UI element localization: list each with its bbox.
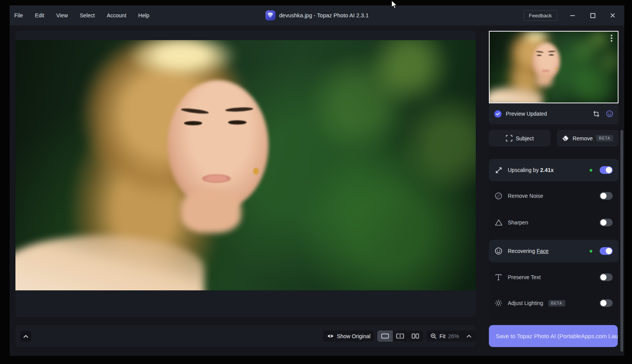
single-view-icon (381, 334, 389, 339)
zoom-percentage: 26% (448, 333, 459, 339)
menu-account[interactable]: Account (106, 11, 127, 20)
upscaling-label: Upscaling by (508, 167, 539, 173)
mouse-cursor (390, 0, 398, 9)
filter-preserve-text[interactable]: Preserve Text (489, 266, 618, 288)
eraser-icon (562, 135, 569, 142)
upscaling-value: 2.41x (540, 167, 554, 173)
recover-face-label: Recovering (508, 248, 535, 254)
subject-brackets-icon (506, 135, 512, 142)
subject-label: Subject (516, 135, 534, 142)
remove-tool-button[interactable]: Remove BETA (557, 130, 618, 147)
upscale-arrows-icon (494, 167, 503, 174)
single-view-button[interactable] (377, 330, 393, 342)
menu-file[interactable]: File (14, 11, 24, 20)
app-window: File Edit View Select Account Help devus… (10, 5, 624, 356)
sharpen-toggle[interactable] (600, 219, 613, 226)
collapse-panel-button[interactable] (20, 331, 31, 342)
face-recovery-icon[interactable] (606, 110, 613, 117)
main-photo[interactable] (15, 40, 476, 290)
remove-label: Remove (573, 135, 593, 142)
image-canvas[interactable] (15, 31, 476, 317)
sharpen-label: Sharpen (508, 219, 528, 226)
remove-beta-badge: BETA (596, 135, 613, 142)
preview-status-row: Preview Updated (489, 103, 618, 124)
preserve-text-label: Preserve Text (508, 274, 541, 280)
noise-icon (494, 192, 503, 200)
menu-select[interactable]: Select (79, 11, 96, 20)
thumbnail-menu-icon[interactable] (611, 35, 612, 42)
filters-panel: Subject Remove BETA Upscaling by 2.41x (489, 130, 618, 320)
save-button[interactable]: Save to Topaz Photo AI (PortableApps.com… (489, 325, 618, 347)
filter-upscaling[interactable]: Upscaling by 2.41x (489, 159, 618, 181)
right-sidebar: Preview Updated Subject (489, 5, 618, 356)
zoom-fit-label: Fit (439, 333, 446, 339)
zoom-in-magnifier-icon (431, 333, 437, 339)
lighting-sun-icon (494, 299, 503, 307)
adjust-lighting-toggle[interactable] (600, 299, 613, 307)
filter-adjust-lighting[interactable]: Adjust Lighting BETA (489, 292, 618, 314)
remove-noise-label: Remove Noise (508, 193, 543, 199)
side-by-side-icon (412, 334, 419, 339)
crop-icon[interactable] (593, 111, 600, 117)
split-view-icon (396, 333, 404, 339)
filter-recover-face[interactable]: Recovering Face (489, 240, 618, 262)
adjust-lighting-beta-badge: BETA (548, 300, 565, 307)
zoom-chevron-up-icon[interactable] (466, 335, 471, 338)
eye-icon (327, 334, 334, 339)
filter-sharpen[interactable]: Sharpen (489, 211, 618, 234)
window-title: devushka.jpg - Topaz Photo AI 2.3.1 (279, 12, 369, 19)
chevron-up-icon (23, 335, 29, 338)
preview-thumbnail[interactable] (489, 31, 618, 103)
smiley-icon (494, 247, 503, 255)
show-original-button[interactable]: Show Original (323, 330, 374, 342)
menu-edit[interactable]: Edit (34, 11, 45, 20)
preview-check-icon (494, 110, 502, 118)
view-mode-switcher (377, 330, 423, 342)
upscaling-active-dot (590, 169, 592, 172)
filter-remove-noise[interactable]: Remove Noise (489, 185, 618, 207)
recover-face-link[interactable]: Face (537, 248, 549, 254)
sidebar-scrollbar[interactable] (620, 130, 623, 352)
preserve-text-toggle[interactable] (600, 273, 613, 281)
zoom-control[interactable]: Fit 26% (426, 330, 476, 342)
window-title-group: devushka.jpg - Topaz Photo AI 2.3.1 (265, 5, 369, 25)
remove-noise-toggle[interactable] (600, 192, 613, 200)
menu-bar: File Edit View Select Account Help (10, 11, 150, 20)
bottom-toolbar: Show Original Fit (15, 325, 476, 347)
side-by-side-view-button[interactable] (408, 330, 423, 342)
menu-view[interactable]: View (56, 11, 69, 20)
text-icon (494, 274, 503, 281)
select-subject-button[interactable]: Subject (489, 130, 551, 147)
recover-face-toggle[interactable] (600, 247, 613, 255)
menu-help[interactable]: Help (137, 11, 150, 20)
upscaling-toggle[interactable] (600, 166, 613, 174)
split-view-button[interactable] (393, 330, 408, 342)
sharpen-triangle-icon (494, 219, 503, 226)
recover-face-active-dot (590, 250, 592, 253)
preview-status-label: Preview Updated (506, 111, 547, 117)
show-original-label: Show Original (337, 333, 370, 339)
preview-card: Preview Updated (489, 31, 618, 124)
app-logo-icon (265, 10, 275, 20)
adjust-lighting-label: Adjust Lighting (508, 300, 543, 306)
